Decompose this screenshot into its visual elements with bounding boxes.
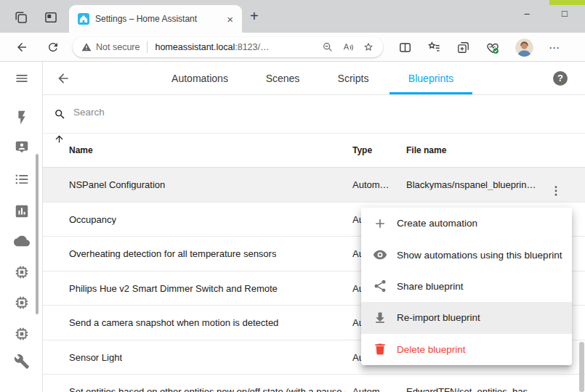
tab-blueprints[interactable]: Blueprints: [408, 62, 453, 95]
list-icon[interactable]: [14, 171, 30, 187]
blueprint-context-menu: Create automation Show automations using…: [361, 208, 572, 365]
menu-item-label: Show automations using this blueprint: [397, 250, 562, 261]
page-scrollbar-thumb[interactable]: [579, 342, 584, 392]
search-icon: [54, 108, 66, 121]
chip-icon[interactable]: [14, 326, 30, 342]
person-badge-icon[interactable]: [14, 139, 30, 155]
sort-ascending-icon[interactable]: [54, 134, 65, 144]
chip-icon[interactable]: [14, 264, 30, 280]
menu-item-label: Re-import blueprint: [397, 312, 480, 323]
ha-back-icon[interactable]: [56, 71, 70, 86]
workspaces-icon[interactable]: [44, 10, 58, 25]
favorite-star-icon[interactable]: [363, 41, 374, 53]
search-input[interactable]: [72, 106, 307, 118]
row-name: NSPanel Configuration: [69, 179, 165, 190]
chart-box-icon[interactable]: [14, 203, 30, 219]
browser-window: Settings – Home Assistant × + – □ Not se…: [0, 0, 585, 392]
wrench-icon[interactable]: [14, 354, 30, 369]
desktop-corner-strip: [549, 0, 585, 5]
row-name: Occupancy: [69, 213, 116, 224]
ha-sidebar: [0, 62, 43, 392]
row-type: Autom…: [352, 386, 390, 392]
active-tab-underline: [390, 92, 472, 94]
menu-item-share-blueprint[interactable]: Share blueprint: [361, 271, 572, 302]
table-header: Name Type File name: [43, 134, 585, 168]
column-header-type[interactable]: Type: [352, 134, 372, 168]
menu-item-reimport-blueprint[interactable]: Re-import blueprint: [361, 302, 572, 333]
table-row[interactable]: NSPanel Configuration Autom… Blackymas/n…: [43, 168, 585, 203]
row-name: Set entities based on other entities new…: [69, 386, 345, 392]
not-secure-warning-icon: [81, 42, 92, 52]
tab-actions-icon[interactable]: [14, 10, 28, 25]
menu-item-label: Delete blueprint: [397, 344, 466, 355]
url-host[interactable]: homeassistant.local: [155, 42, 235, 52]
browser-titlebar: Settings – Home Assistant × + – □: [0, 0, 585, 33]
tab-title: Settings – Home Assistant: [95, 14, 219, 24]
row-type: Autom…: [352, 179, 390, 190]
help-button[interactable]: ?: [553, 71, 568, 86]
menu-item-label: Create automation: [397, 218, 477, 229]
window-maximize-button[interactable]: □: [554, 8, 576, 19]
address-divider: [147, 41, 148, 53]
refresh-icon[interactable]: [47, 41, 60, 54]
home-assistant-favicon: [78, 13, 89, 25]
menu-item-delete-blueprint[interactable]: Delete blueprint: [361, 334, 572, 365]
row-name: Overheating detection for all temperatur…: [69, 248, 276, 259]
browser-essentials-icon[interactable]: [485, 41, 500, 55]
chip-icon[interactable]: [14, 295, 30, 311]
menu-item-create-automation[interactable]: Create automation: [361, 208, 572, 239]
profile-avatar[interactable]: [515, 38, 533, 57]
window-minimize-button[interactable]: –: [516, 8, 538, 19]
table-row[interactable]: Set entities based on other entities new…: [43, 375, 585, 392]
search-row: [43, 95, 585, 134]
row-name: Philips Hue v2 Smart Dimmer Switch and R…: [69, 282, 278, 293]
address-bar[interactable]: Not secure homeassistant.local:8123/…: [73, 37, 383, 57]
share-icon: [373, 279, 387, 293]
collections-add-icon[interactable]: [456, 41, 470, 54]
back-icon[interactable]: [15, 41, 28, 54]
menu-item-show-automations[interactable]: Show automations using this blueprint: [361, 239, 572, 270]
browser-tab[interactable]: Settings – Home Assistant ×: [69, 5, 242, 33]
row-file: Blackymas/nspanel_blueprin…: [406, 179, 536, 190]
plus-icon: [373, 216, 387, 231]
home-assistant-page: Automations Scenes Scripts Blueprints ? …: [0, 62, 585, 392]
url-path[interactable]: :8123/…: [235, 42, 269, 52]
sidebar-scrollbar-thumb[interactable]: [36, 154, 39, 314]
security-label[interactable]: Not secure: [96, 42, 140, 52]
menu-hamburger-icon[interactable]: [15, 71, 29, 86]
cloud-icon[interactable]: [14, 233, 30, 249]
energy-bolt-icon[interactable]: [14, 110, 30, 126]
split-screen-icon[interactable]: [398, 41, 412, 54]
eye-icon: [373, 248, 387, 262]
column-header-name[interactable]: Name: [69, 134, 93, 168]
ha-header: Automations Scenes Scripts Blueprints ?: [43, 62, 585, 95]
row-overflow-menu-icon[interactable]: [549, 184, 562, 197]
menu-item-label: Share blueprint: [397, 281, 464, 292]
tab-scripts[interactable]: Scripts: [338, 62, 369, 95]
settings-more-icon[interactable]: ⋯: [549, 41, 560, 54]
new-tab-button[interactable]: +: [250, 9, 259, 23]
trash-icon: [373, 342, 387, 356]
read-aloud-icon[interactable]: [342, 41, 354, 53]
download-icon: [373, 311, 387, 325]
browser-toolbar: Not secure homeassistant.local:8123/…: [0, 33, 585, 62]
tab-automations[interactable]: Automations: [172, 62, 228, 95]
tab-close-icon[interactable]: ×: [225, 14, 235, 25]
zoom-out-icon[interactable]: [322, 41, 334, 53]
tab-scenes[interactable]: Scenes: [266, 62, 300, 95]
favorites-list-icon[interactable]: [427, 41, 441, 54]
row-file: EdwardTFN/set_entities_bas…: [406, 386, 537, 392]
row-name: Sensor Light: [69, 351, 122, 362]
row-name: Send a camera snapshot when motion is de…: [69, 317, 278, 328]
column-header-file[interactable]: File name: [406, 134, 446, 168]
